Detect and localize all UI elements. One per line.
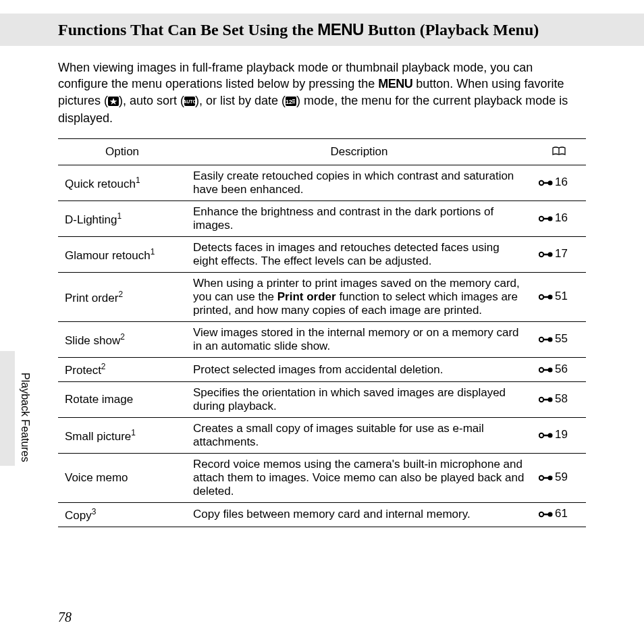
page-number: 78 <box>58 610 72 625</box>
title-pre: Functions That Can Be Set Using the <box>58 21 317 38</box>
reference-cell: 55 <box>532 322 586 358</box>
reference-icon <box>539 291 554 304</box>
svg-point-17 <box>548 295 553 300</box>
intro-paragraph: When viewing images in full-frame playba… <box>58 59 586 126</box>
description-cell: Enhance the brightness and contrast in t… <box>186 201 532 237</box>
reference-cell: 58 <box>532 381 586 417</box>
reference-cell: 59 <box>532 453 586 502</box>
option-cell: Slide show2 <box>58 322 186 358</box>
reference-cell: 17 <box>532 237 586 273</box>
description-cell: View images stored in the internal memor… <box>186 322 532 358</box>
svg-text:AUTO: AUTO <box>184 99 195 104</box>
table-row: D-Lighting1Enhance the brightness and co… <box>58 201 586 237</box>
header-reference <box>532 139 586 165</box>
table-row: Copy3Copy files between memory card and … <box>58 502 586 527</box>
reference-icon <box>539 333 554 347</box>
description-cell: When using a printer to print images sav… <box>186 273 532 322</box>
table-header-row: Option Description <box>58 139 586 165</box>
intro-text-4: ), or list by date ( <box>195 94 286 107</box>
option-cell: Voice memo <box>58 453 186 502</box>
svg-point-10 <box>539 181 543 185</box>
reference-cell: 51 <box>532 273 586 322</box>
reference-cell: 16 <box>532 165 586 201</box>
option-cell: Glamour retouch1 <box>58 237 186 273</box>
svg-point-27 <box>548 475 553 480</box>
svg-point-28 <box>539 512 543 516</box>
reference-icon <box>539 213 554 226</box>
svg-point-25 <box>548 433 553 437</box>
reference-icon <box>539 364 554 377</box>
svg-point-18 <box>539 338 543 342</box>
option-cell: Small picture1 <box>58 417 186 453</box>
header-option: Option <box>58 139 186 165</box>
reference-icon <box>539 429 554 443</box>
description-cell: Creates a small copy of images suitable … <box>186 417 532 453</box>
svg-text:12: 12 <box>286 99 292 105</box>
svg-point-16 <box>539 295 543 299</box>
description-cell: Specifies the orientation in which saved… <box>186 381 532 417</box>
reference-cell: 19 <box>532 417 586 453</box>
svg-point-13 <box>548 217 553 221</box>
option-cell: Protect2 <box>58 358 186 382</box>
reference-cell: 16 <box>532 201 586 237</box>
svg-point-21 <box>548 367 553 372</box>
reference-icon <box>539 177 554 190</box>
reference-icon <box>539 248 554 262</box>
title-menu-word: MENU <box>317 20 364 38</box>
table-row: Glamour retouch1Detects faces in images … <box>58 237 586 273</box>
intro-menu-word: MENU <box>378 77 412 90</box>
page-title: Functions That Can Be Set Using the MENU… <box>0 14 644 46</box>
reference-icon <box>539 472 554 485</box>
table-row: Rotate imageSpecifies the orientation in… <box>58 381 586 417</box>
title-post: Button (Playback Menu) <box>364 21 539 38</box>
reference-icon <box>539 508 554 522</box>
description-cell: Easily create retouched copies in which … <box>186 165 532 201</box>
svg-point-23 <box>548 397 553 402</box>
reference-cell: 61 <box>532 502 586 527</box>
svg-point-22 <box>539 398 543 402</box>
option-cell: Quick retouch1 <box>58 165 186 201</box>
options-table: Option Description Quick retouch1Easily … <box>58 138 586 527</box>
list-by-date-icon: 12 <box>286 94 296 110</box>
svg-point-11 <box>548 181 553 186</box>
table-row: Small picture1Creates a small copy of im… <box>58 417 586 453</box>
svg-rect-6 <box>292 99 295 100</box>
svg-point-24 <box>539 433 543 437</box>
table-row: Voice memoRecord voice memos using the c… <box>58 453 586 502</box>
favorite-pictures-icon <box>108 94 119 110</box>
svg-point-15 <box>548 252 553 257</box>
option-cell: Rotate image <box>58 381 186 417</box>
svg-rect-8 <box>292 102 295 103</box>
description-cell: Detects faces in images and retouches de… <box>186 237 532 273</box>
reference-cell: 56 <box>532 358 586 382</box>
book-icon <box>552 146 566 159</box>
description-cell: Protect selected images from accidental … <box>186 358 532 382</box>
reference-icon <box>539 394 554 407</box>
option-cell: D-Lighting1 <box>58 201 186 237</box>
description-cell: Record voice memos using the camera's bu… <box>186 453 532 502</box>
svg-rect-7 <box>292 101 295 101</box>
intro-text-3: ), auto sort ( <box>119 94 184 107</box>
content-area: When viewing images in full-frame playba… <box>0 46 644 527</box>
description-cell: Copy files between memory card and inter… <box>186 502 532 527</box>
option-cell: Print order2 <box>58 273 186 322</box>
header-description: Description <box>186 139 532 165</box>
table-row: Slide show2View images stored in the int… <box>58 322 586 358</box>
table-row: Quick retouch1Easily create retouched co… <box>58 165 586 201</box>
svg-point-20 <box>539 367 543 371</box>
section-label: Playback Features <box>19 373 31 462</box>
side-tab <box>0 351 15 466</box>
table-row: Protect2Protect selected images from acc… <box>58 358 586 382</box>
svg-point-19 <box>548 338 553 342</box>
svg-point-14 <box>539 252 543 257</box>
option-cell: Copy3 <box>58 502 186 527</box>
table-row: Print order2When using a printer to prin… <box>58 273 586 322</box>
svg-point-26 <box>539 476 543 480</box>
auto-sort-icon: AUTO <box>184 94 195 110</box>
svg-point-29 <box>548 512 553 517</box>
svg-point-12 <box>539 217 543 221</box>
